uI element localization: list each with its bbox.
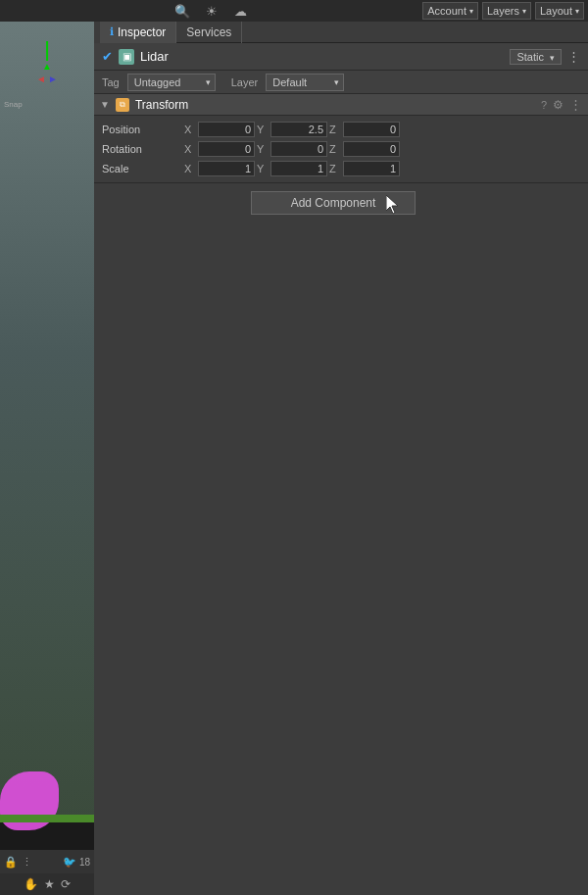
account-dropdown[interactable]: Account ▾ [422, 2, 478, 20]
rotation-xyz: X Y Z [184, 141, 580, 157]
rotation-z-label: Z [329, 143, 341, 155]
layers-dropdown[interactable]: Layers ▾ [482, 2, 531, 20]
transform-component-header: ▼ ⧉ Transform ? ⚙ ⋮ [94, 94, 588, 116]
position-row: Position X Y Z [94, 120, 588, 139]
scale-y-label: Y [257, 163, 269, 174]
rotation-x-label: X [184, 143, 196, 155]
scale-xyz: X Y Z [184, 161, 580, 176]
inspector-empty-space [94, 223, 588, 895]
scale-x-label: X [184, 163, 196, 174]
object-header: ✔ ▣ Lidar Static ▾ ⋮ [94, 43, 588, 71]
scene-count: 🐦 18 [63, 856, 90, 869]
position-z-label: Z [329, 124, 341, 135]
layout-label: Layout [540, 5, 572, 17]
tag-value: Untagged [134, 76, 181, 88]
inspector-tab-label: Inspector [118, 25, 166, 39]
rotation-row: Rotation X Y Z [94, 139, 588, 159]
transform-label: Transform [135, 98, 535, 112]
top-bar-center-icons: 🔍 ☀ ☁ [4, 0, 418, 22]
layers-label: Layers [487, 5, 519, 17]
scene-background: ▲ ◄ ► Snap [0, 22, 94, 850]
position-x-label: X [184, 124, 196, 135]
sun-icon[interactable]: ☀ [201, 0, 222, 22]
transform-menu-icon[interactable]: ⋮ [569, 97, 582, 112]
scene-tools: ✋ ★ ⟳ [0, 873, 94, 895]
rotation-z-input[interactable] [343, 141, 400, 157]
scale-label: Scale [102, 163, 180, 174]
scale-z-label: Z [329, 163, 341, 174]
layout-dropdown[interactable]: Layout ▾ [535, 2, 584, 20]
transform-settings-icon[interactable]: ⚙ [553, 98, 564, 112]
snap-label: Snap [4, 100, 23, 109]
transform-toggle[interactable]: ▼ [100, 99, 110, 110]
transform-fields: Position X Y Z Rotation X Y [94, 116, 588, 183]
scene-bottom-bar: 🔒 ⋮ 🐦 18 [0, 850, 94, 873]
object-menu-icon[interactable]: ⋮ [567, 49, 580, 64]
static-label: Static [516, 51, 544, 63]
axis-gizmo: ▲ ◄ ► [36, 41, 58, 84]
position-xyz: X Y Z [184, 122, 580, 137]
layer-dropdown[interactable]: Default [266, 74, 344, 91]
hand-icon[interactable]: ✋ [24, 877, 38, 891]
scale-y-input[interactable] [270, 161, 327, 176]
object-name[interactable]: Lidar [140, 49, 504, 64]
tag-layer-row: Tag Untagged Layer Default [94, 71, 588, 94]
star-icon[interactable]: ★ [44, 877, 55, 891]
tab-services[interactable]: Services [176, 22, 242, 43]
inspector-side: ℹ Inspector Services 🔒 ⋮ ✔ ▣ Lidar Stati… [94, 22, 588, 895]
main-area: ▲ ◄ ► Snap 🔒 ⋮ 🐦 [0, 22, 588, 895]
lock-icon[interactable]: 🔒 [4, 856, 18, 869]
account-arrow: ▾ [469, 7, 473, 16]
services-tab-label: Services [186, 25, 231, 39]
grass-strip [0, 815, 94, 822]
scene-panel: ▲ ◄ ► Snap 🔒 ⋮ 🐦 [0, 22, 94, 895]
menu-dots-icon[interactable]: ⋮ [22, 856, 32, 869]
tab-inspector[interactable]: ℹ Inspector [100, 22, 176, 43]
position-y-label: Y [257, 124, 269, 135]
static-badge[interactable]: Static ▾ [510, 49, 562, 65]
move-icon[interactable]: ⟳ [61, 877, 71, 891]
layer-value: Default [272, 76, 307, 88]
position-x-input[interactable] [198, 122, 255, 137]
top-bar: 🔍 ☀ ☁ Account ▾ Layers ▾ Layout ▾ [0, 0, 588, 22]
scale-row: Scale X Y Z [94, 159, 588, 178]
position-z-input[interactable] [343, 122, 400, 137]
position-label: Position [102, 124, 180, 135]
layer-label: Layer [231, 76, 259, 88]
scale-z-input[interactable] [343, 161, 400, 176]
rotation-y-input[interactable] [270, 141, 327, 157]
tag-label: Tag [102, 76, 120, 88]
add-component-button[interactable]: Add Component [251, 191, 416, 215]
rotation-y-label: Y [257, 143, 269, 155]
cloud-icon[interactable]: ☁ [230, 0, 252, 22]
scene-viewport[interactable]: ▲ ◄ ► Snap [0, 22, 94, 850]
rotation-label: Rotation [102, 143, 180, 155]
inspector-icon: ℹ [110, 25, 114, 38]
transform-help-icon[interactable]: ? [541, 99, 547, 111]
account-label: Account [427, 5, 466, 17]
object-icon: ▣ [119, 49, 134, 65]
scale-x-input[interactable] [198, 161, 255, 176]
transform-icon: ⧉ [116, 98, 129, 112]
layers-arrow: ▾ [522, 7, 526, 16]
tag-dropdown[interactable]: Untagged [127, 74, 216, 91]
static-arrow: ▾ [550, 53, 555, 63]
add-component-row: Add Component [94, 183, 588, 223]
position-y-input[interactable] [270, 122, 327, 137]
layout-arrow: ▾ [575, 7, 579, 16]
search-icon[interactable]: 🔍 [172, 0, 193, 22]
active-checkbox[interactable]: ✔ [102, 49, 113, 64]
rotation-x-input[interactable] [198, 141, 255, 157]
tabs-row: ℹ Inspector Services 🔒 ⋮ [94, 22, 588, 43]
